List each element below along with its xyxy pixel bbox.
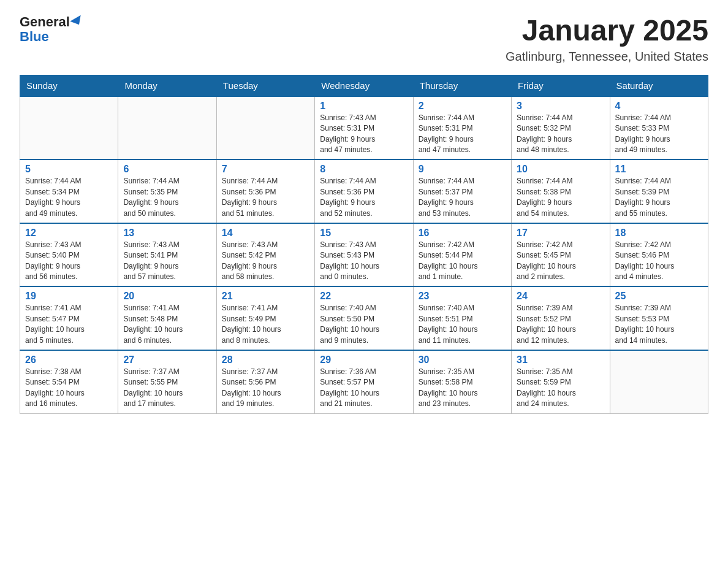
day-number: 15 [320,228,408,239]
day-info: Sunrise: 7:43 AMSunset: 5:43 PMDaylight:… [320,240,408,283]
day-info: Sunrise: 7:41 AMSunset: 5:48 PMDaylight:… [123,303,211,346]
day-info: Sunrise: 7:44 AMSunset: 5:35 PMDaylight:… [123,176,211,219]
day-info: Sunrise: 7:38 AMSunset: 5:54 PMDaylight:… [25,367,113,410]
title-area: January 2025 Gatlinburg, Tennessee, Unit… [506,15,708,64]
day-info: Sunrise: 7:44 AMSunset: 5:34 PMDaylight:… [25,176,113,219]
logo-arrow-icon [70,15,84,28]
day-number: 23 [419,291,506,302]
day-number: 12 [25,228,113,239]
day-number: 16 [419,228,506,239]
calendar-cell: 23Sunrise: 7:40 AMSunset: 5:51 PMDayligh… [413,286,511,350]
calendar-cell: 14Sunrise: 7:43 AMSunset: 5:42 PMDayligh… [216,223,314,287]
day-number: 11 [615,164,703,175]
calendar-header-row: SundayMondayTuesdayWednesdayThursdayFrid… [20,75,708,96]
day-number: 5 [25,164,113,175]
day-number: 9 [419,164,506,175]
week-row-1: 1Sunrise: 7:43 AMSunset: 5:31 PMDaylight… [20,96,708,160]
calendar-cell [20,96,118,160]
day-info: Sunrise: 7:40 AMSunset: 5:50 PMDaylight:… [320,303,408,346]
calendar-cell: 2Sunrise: 7:44 AMSunset: 5:31 PMDaylight… [413,96,511,160]
col-header-sunday: Sunday [20,75,118,96]
col-header-friday: Friday [512,75,610,96]
day-number: 21 [222,291,309,302]
week-row-2: 5Sunrise: 7:44 AMSunset: 5:34 PMDaylight… [20,159,708,223]
day-number: 14 [222,228,309,239]
day-info: Sunrise: 7:44 AMSunset: 5:33 PMDaylight:… [615,113,703,156]
calendar-cell: 19Sunrise: 7:41 AMSunset: 5:47 PMDayligh… [20,286,118,350]
day-number: 31 [517,354,604,366]
week-row-5: 26Sunrise: 7:38 AMSunset: 5:54 PMDayligh… [20,350,708,413]
calendar-cell: 16Sunrise: 7:42 AMSunset: 5:44 PMDayligh… [413,223,511,287]
calendar-cell: 10Sunrise: 7:44 AMSunset: 5:38 PMDayligh… [512,159,610,223]
day-info: Sunrise: 7:44 AMSunset: 5:31 PMDaylight:… [419,113,506,156]
calendar-cell: 15Sunrise: 7:43 AMSunset: 5:43 PMDayligh… [315,223,413,287]
calendar-cell: 27Sunrise: 7:37 AMSunset: 5:55 PMDayligh… [118,350,216,413]
col-header-tuesday: Tuesday [216,75,314,96]
day-number: 10 [517,164,604,175]
day-info: Sunrise: 7:42 AMSunset: 5:46 PMDaylight:… [615,240,703,283]
calendar-cell: 3Sunrise: 7:44 AMSunset: 5:32 PMDaylight… [512,96,610,160]
calendar-cell: 31Sunrise: 7:35 AMSunset: 5:59 PMDayligh… [512,350,610,413]
calendar-cell: 5Sunrise: 7:44 AMSunset: 5:34 PMDaylight… [20,159,118,223]
day-info: Sunrise: 7:35 AMSunset: 5:59 PMDaylight:… [517,367,604,410]
day-info: Sunrise: 7:43 AMSunset: 5:42 PMDaylight:… [222,240,309,283]
day-info: Sunrise: 7:44 AMSunset: 5:36 PMDaylight:… [222,176,309,219]
calendar-cell: 17Sunrise: 7:42 AMSunset: 5:45 PMDayligh… [512,223,610,287]
location-title: Gatlinburg, Tennessee, United States [506,50,708,64]
col-header-monday: Monday [118,75,216,96]
calendar-cell: 8Sunrise: 7:44 AMSunset: 5:36 PMDaylight… [315,159,413,223]
day-info: Sunrise: 7:43 AMSunset: 5:31 PMDaylight:… [320,113,408,156]
day-info: Sunrise: 7:36 AMSunset: 5:57 PMDaylight:… [320,367,408,410]
logo-blue-text: Blue [20,29,49,44]
day-info: Sunrise: 7:39 AMSunset: 5:52 PMDaylight:… [517,303,604,346]
day-number: 26 [25,354,113,366]
day-number: 30 [419,354,506,366]
day-number: 2 [419,101,506,112]
calendar-cell: 28Sunrise: 7:37 AMSunset: 5:56 PMDayligh… [216,350,314,413]
calendar-cell: 29Sunrise: 7:36 AMSunset: 5:57 PMDayligh… [315,350,413,413]
day-info: Sunrise: 7:44 AMSunset: 5:37 PMDaylight:… [419,176,506,219]
day-number: 18 [615,228,703,239]
day-number: 19 [25,291,113,302]
day-number: 4 [615,101,703,112]
calendar-cell [118,96,216,160]
day-info: Sunrise: 7:37 AMSunset: 5:55 PMDaylight:… [123,367,211,410]
calendar-cell: 22Sunrise: 7:40 AMSunset: 5:50 PMDayligh… [315,286,413,350]
month-title: January 2025 [506,15,708,47]
day-info: Sunrise: 7:44 AMSunset: 5:39 PMDaylight:… [615,176,703,219]
page-header: General Blue January 2025 Gatlinburg, Te… [20,15,708,64]
logo: General Blue [20,15,83,44]
calendar-cell: 24Sunrise: 7:39 AMSunset: 5:52 PMDayligh… [512,286,610,350]
day-info: Sunrise: 7:43 AMSunset: 5:41 PMDaylight:… [123,240,211,283]
day-number: 24 [517,291,604,302]
calendar-cell: 1Sunrise: 7:43 AMSunset: 5:31 PMDaylight… [315,96,413,160]
week-row-3: 12Sunrise: 7:43 AMSunset: 5:40 PMDayligh… [20,223,708,287]
day-info: Sunrise: 7:42 AMSunset: 5:45 PMDaylight:… [517,240,604,283]
day-number: 1 [320,101,408,112]
day-info: Sunrise: 7:44 AMSunset: 5:32 PMDaylight:… [517,113,604,156]
calendar-cell: 7Sunrise: 7:44 AMSunset: 5:36 PMDaylight… [216,159,314,223]
day-info: Sunrise: 7:41 AMSunset: 5:47 PMDaylight:… [25,303,113,346]
day-number: 22 [320,291,408,302]
calendar-cell: 26Sunrise: 7:38 AMSunset: 5:54 PMDayligh… [20,350,118,413]
calendar-cell: 12Sunrise: 7:43 AMSunset: 5:40 PMDayligh… [20,223,118,287]
day-info: Sunrise: 7:40 AMSunset: 5:51 PMDaylight:… [419,303,506,346]
calendar-table: SundayMondayTuesdayWednesdayThursdayFrid… [20,75,708,414]
day-info: Sunrise: 7:35 AMSunset: 5:58 PMDaylight:… [419,367,506,410]
calendar-cell [610,350,708,413]
day-info: Sunrise: 7:42 AMSunset: 5:44 PMDaylight:… [419,240,506,283]
calendar-cell: 18Sunrise: 7:42 AMSunset: 5:46 PMDayligh… [610,223,708,287]
day-number: 25 [615,291,703,302]
calendar-cell: 20Sunrise: 7:41 AMSunset: 5:48 PMDayligh… [118,286,216,350]
day-info: Sunrise: 7:44 AMSunset: 5:36 PMDaylight:… [320,176,408,219]
calendar-cell: 30Sunrise: 7:35 AMSunset: 5:58 PMDayligh… [413,350,511,413]
logo-text: General Blue [20,15,83,44]
calendar-cell: 11Sunrise: 7:44 AMSunset: 5:39 PMDayligh… [610,159,708,223]
day-info: Sunrise: 7:39 AMSunset: 5:53 PMDaylight:… [615,303,703,346]
day-number: 3 [517,101,604,112]
day-info: Sunrise: 7:44 AMSunset: 5:38 PMDaylight:… [517,176,604,219]
day-info: Sunrise: 7:43 AMSunset: 5:40 PMDaylight:… [25,240,113,283]
day-number: 28 [222,354,309,366]
day-number: 8 [320,164,408,175]
calendar-cell: 9Sunrise: 7:44 AMSunset: 5:37 PMDaylight… [413,159,511,223]
